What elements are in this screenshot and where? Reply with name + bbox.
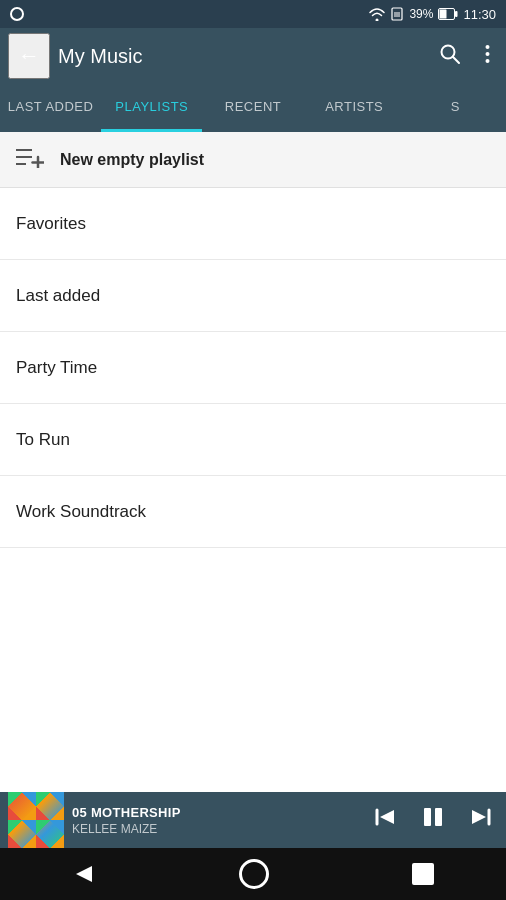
- svg-rect-4: [440, 10, 447, 19]
- overflow-menu-icon: [485, 44, 490, 64]
- tab-playlists[interactable]: PLAYLISTS: [101, 84, 202, 132]
- playback-controls: [368, 800, 498, 841]
- playlist-name: Last added: [16, 286, 100, 306]
- recents-square-icon: [412, 863, 434, 885]
- svg-point-9: [486, 59, 490, 63]
- add-playlist-icon: [16, 146, 44, 174]
- playlist-name: Work Soundtrack: [16, 502, 146, 522]
- battery-icon: [438, 8, 458, 20]
- pause-icon: [420, 804, 446, 830]
- next-button[interactable]: [466, 801, 498, 839]
- playlist-name: To Run: [16, 430, 70, 450]
- album-art: [8, 792, 64, 848]
- svg-rect-18: [424, 808, 431, 826]
- status-bar-right: 39% 11:30: [369, 7, 496, 22]
- tabs-bar: LAST ADDED PLAYLISTS RECENT ARTISTS S: [0, 84, 506, 132]
- tab-songs[interactable]: S: [405, 84, 506, 132]
- playlist-item[interactable]: Party Time: [0, 332, 506, 404]
- new-playlist-label: New empty playlist: [60, 151, 204, 169]
- playlist-name: Favorites: [16, 214, 86, 234]
- skip-next-icon: [470, 805, 494, 829]
- svg-rect-19: [435, 808, 442, 826]
- svg-line-6: [453, 56, 459, 62]
- now-playing-bar: 05 MOTHERSHIP KELLEE MAIZE: [0, 792, 506, 848]
- playlist-list: Favorites Last added Party Time To Run W…: [0, 188, 506, 548]
- svg-point-7: [486, 45, 490, 49]
- now-playing-info: 05 MOTHERSHIP KELLEE MAIZE: [72, 805, 368, 836]
- svg-rect-1: [394, 12, 400, 17]
- tab-recent[interactable]: RECENT: [202, 84, 303, 132]
- playlist-item[interactable]: Last added: [0, 260, 506, 332]
- new-playlist-button[interactable]: New empty playlist: [0, 132, 506, 188]
- svg-rect-3: [455, 11, 458, 17]
- status-bar: 39% 11:30: [0, 0, 506, 28]
- list-add-icon: [16, 146, 44, 168]
- search-icon: [439, 43, 461, 65]
- pause-button[interactable]: [416, 800, 450, 841]
- svg-point-8: [486, 52, 490, 56]
- system-back-button[interactable]: [64, 854, 104, 894]
- tab-artists[interactable]: ARTISTS: [304, 84, 405, 132]
- album-art-image: [8, 792, 64, 848]
- page-title: My Music: [58, 45, 431, 68]
- back-button[interactable]: ←: [8, 33, 50, 79]
- playlist-name: Party Time: [16, 358, 97, 378]
- signal-icon: [10, 7, 24, 21]
- playlist-item[interactable]: Work Soundtrack: [0, 476, 506, 548]
- status-bar-left: [10, 7, 24, 21]
- previous-button[interactable]: [368, 801, 400, 839]
- playlist-item[interactable]: Favorites: [0, 188, 506, 260]
- sim-icon: [390, 7, 404, 21]
- bottom-nav: [0, 848, 506, 900]
- toolbar-actions: [431, 35, 498, 78]
- wifi-icon: [369, 8, 385, 21]
- home-circle-icon: [239, 859, 269, 889]
- clock: 11:30: [463, 7, 496, 22]
- svg-marker-17: [380, 810, 394, 824]
- toolbar: ← My Music: [0, 28, 506, 84]
- back-triangle-icon: [72, 862, 96, 886]
- search-button[interactable]: [431, 35, 469, 78]
- more-options-button[interactable]: [477, 36, 498, 77]
- svg-marker-20: [472, 810, 486, 824]
- tab-last-added[interactable]: LAST ADDED: [0, 84, 101, 132]
- now-playing-title: 05 MOTHERSHIP: [72, 805, 368, 820]
- skip-previous-icon: [372, 805, 396, 829]
- now-playing-artist: KELLEE MAIZE: [72, 822, 368, 836]
- battery-indicator: 39%: [409, 7, 433, 21]
- playlist-item[interactable]: To Run: [0, 404, 506, 476]
- svg-marker-22: [76, 866, 92, 882]
- system-recents-button[interactable]: [404, 855, 442, 893]
- system-home-button[interactable]: [231, 851, 277, 897]
